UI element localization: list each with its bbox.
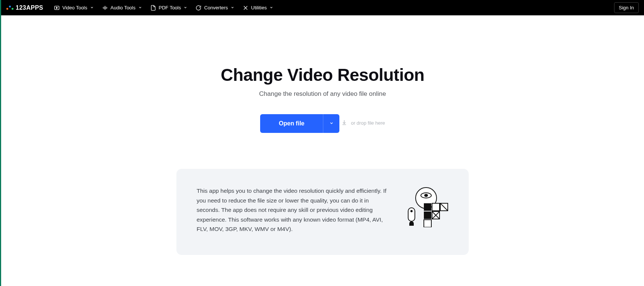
chevron-down-icon	[269, 5, 273, 10]
video-icon	[54, 5, 60, 11]
info-text: This app helps you to change the video r…	[197, 186, 389, 234]
nav-items: Video Tools Audio Tools PDF Tools	[54, 5, 614, 11]
brand-text: 123APPS	[16, 4, 43, 11]
svg-rect-14	[424, 203, 431, 211]
open-file-group: Open file	[260, 114, 339, 133]
drop-file-hint: or drop file here	[341, 119, 385, 127]
pdf-icon	[150, 5, 156, 11]
nav-item-pdf-tools[interactable]: PDF Tools	[150, 5, 188, 11]
nav-label: Converters	[204, 5, 228, 10]
nav-label: Audio Tools	[111, 5, 136, 10]
top-nav: 123APPS Video Tools Audio Tools PDF	[1, 0, 644, 15]
hero-section: Change Video Resolution Change the resol…	[1, 15, 644, 133]
logo[interactable]: 123APPS	[6, 4, 43, 11]
nav-item-converters[interactable]: Converters	[195, 5, 234, 11]
nav-item-audio-tools[interactable]: Audio Tools	[102, 5, 142, 11]
nav-label: PDF Tools	[159, 5, 181, 10]
svg-marker-1	[56, 7, 57, 9]
info-card: This app helps you to change the video r…	[176, 169, 469, 255]
open-file-dropdown-button[interactable]	[323, 114, 339, 133]
svg-rect-21	[424, 220, 431, 227]
download-icon	[341, 119, 347, 127]
open-file-button[interactable]: Open file	[260, 114, 323, 133]
utilities-icon	[243, 5, 249, 11]
svg-rect-12	[408, 208, 415, 221]
page-subtitle: Change the resolution of any video file …	[1, 90, 644, 98]
chevron-down-icon	[138, 5, 142, 10]
drop-file-text: or drop file here	[351, 120, 385, 126]
audio-icon	[102, 5, 108, 11]
nav-label: Utilities	[251, 5, 267, 10]
svg-rect-22	[424, 212, 431, 219]
svg-point-13	[410, 210, 413, 212]
logo-dots-icon	[6, 6, 13, 10]
sign-in-button[interactable]: Sign In	[614, 2, 639, 13]
chevron-down-icon	[329, 121, 334, 127]
converters-icon	[195, 5, 201, 11]
nav-item-utilities[interactable]: Utilities	[243, 5, 273, 11]
svg-rect-15	[432, 203, 440, 211]
page-title: Change Video Resolution	[1, 65, 644, 85]
chevron-down-icon	[90, 5, 94, 10]
nav-item-video-tools[interactable]: Video Tools	[54, 5, 94, 11]
nav-label: Video Tools	[62, 5, 87, 10]
chevron-down-icon	[184, 5, 187, 10]
svg-point-11	[424, 194, 428, 197]
info-illustration	[404, 186, 449, 229]
chevron-down-icon	[231, 5, 234, 10]
